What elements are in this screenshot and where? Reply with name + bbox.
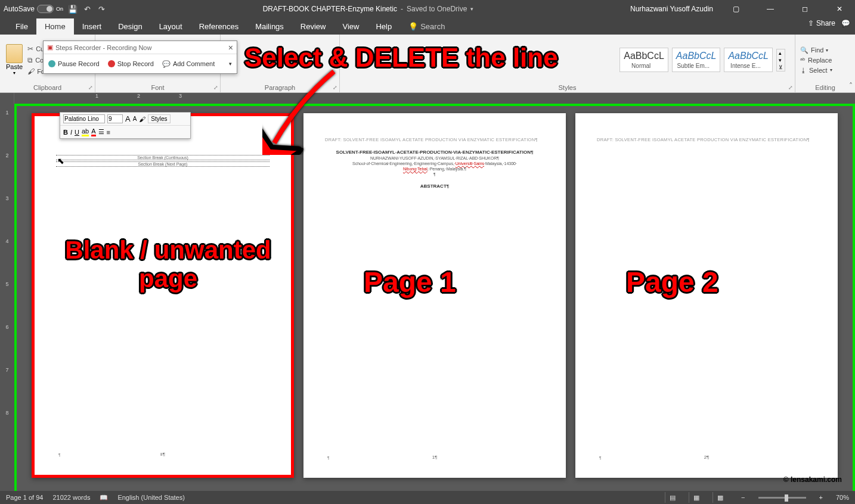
style-subtle-emphasis[interactable]: AaBbCcLSubtle Em... — [672, 48, 721, 72]
minimize-icon[interactable]: — — [758, 0, 782, 18]
tell-me-search[interactable]: 💡Search — [400, 18, 453, 35]
add-comment-button[interactable]: 💬Add Comment — [162, 60, 215, 68]
styles-gallery[interactable]: AaBbCcLNormal AaBbCcLSubtle Em... AaBbCc… — [619, 48, 785, 72]
tab-home[interactable]: Home — [36, 18, 74, 35]
doc-title: SOLVENT-FREE·ISOAMYL·ACETATE·PRODUCTION·… — [325, 150, 544, 155]
save-status[interactable]: Saved to OneDrive — [407, 5, 467, 13]
autosave-label: AutoSave — [4, 5, 35, 13]
language-indicator[interactable]: English (United States) — [117, 494, 185, 501]
page-blank[interactable]: ECTION VIA ENZYMATIC Section Break (Cont… — [32, 113, 294, 478]
shrink-font-icon[interactable]: A — [133, 116, 137, 122]
tab-references[interactable]: References — [191, 18, 247, 35]
format-painter-icon[interactable]: 🖌 — [139, 116, 145, 123]
section-break-next-page[interactable]: Section Break (Next Page) — [56, 161, 269, 167]
select-button[interactable]: ⭳Select▾ — [799, 66, 834, 74]
underline-icon[interactable]: U — [75, 129, 79, 136]
recorder-close-icon[interactable]: × — [228, 43, 233, 52]
spell-check-icon[interactable]: 📖 — [100, 494, 108, 502]
clipboard-group-label: Clipboard — [4, 83, 91, 92]
paste-button[interactable]: Paste ▾ — [4, 39, 25, 82]
grow-font-icon[interactable]: A — [125, 114, 131, 123]
zoom-level[interactable]: 70% — [836, 494, 849, 501]
pages-viewport[interactable]: ECTION VIA ENZYMATIC Section Break (Cont… — [14, 104, 855, 497]
tab-file[interactable]: File — [7, 18, 36, 35]
style-intense-emphasis[interactable]: AaBbCcLIntense E... — [724, 48, 773, 72]
italic-icon[interactable]: I — [70, 129, 72, 136]
page-1[interactable]: DRAFT: SOLVENT-FREE ISOAMYL ACETATE PROD… — [303, 113, 566, 478]
font-launcher-icon[interactable]: ⤢ — [213, 85, 218, 91]
page-header: DRAFT: SOLVENT-FREE ISOAMYL ACETATE PROD… — [325, 137, 544, 142]
styles-launcher-icon[interactable]: ⤢ — [788, 85, 793, 91]
pilcrow-icon: ¶ — [327, 456, 330, 460]
doc-authors: NURHAZWANI·YUSOFF·AZUDIN,·SYAMSUL·RIZAL·… — [325, 156, 544, 160]
tab-insert[interactable]: Insert — [74, 18, 110, 35]
find-button[interactable]: 🔍Find▾ — [799, 46, 834, 55]
zoom-in-icon[interactable]: + — [819, 494, 823, 501]
share-button[interactable]: ⇪Share — [808, 19, 835, 27]
mini-font-size[interactable] — [107, 114, 123, 123]
collapse-ribbon-icon[interactable]: ˄ — [849, 82, 853, 90]
highlight-icon[interactable]: ab — [82, 127, 89, 136]
word-count[interactable]: 21022 words — [52, 494, 90, 501]
close-icon[interactable]: ✕ — [828, 0, 851, 18]
styles-scroll-up-icon[interactable]: ▴ — [777, 49, 785, 57]
read-mode-icon[interactable]: ▤ — [665, 492, 679, 503]
styles-more-icon[interactable]: ⊻ — [777, 64, 785, 71]
scissors-icon: ✂ — [27, 45, 33, 53]
mini-styles-button[interactable]: Styles — [148, 114, 170, 123]
bold-icon[interactable]: B — [63, 129, 68, 136]
redo-icon[interactable]: ↷ — [97, 4, 106, 14]
tab-help[interactable]: Help — [367, 18, 400, 35]
steps-recorder-window[interactable]: ▣ Steps Recorder - Recording Now × Pause… — [43, 41, 237, 74]
vertical-ruler[interactable]: 1 2 3 4 5 6 7 8 — [0, 104, 14, 497]
zoom-slider[interactable] — [758, 497, 806, 499]
recorder-menu-icon[interactable]: ▾ — [229, 61, 232, 67]
doc-affiliation-2: Nibong·Tebal,·Penang,·Malaysia.¶ — [325, 167, 544, 171]
stop-record-button[interactable]: Stop Record — [108, 60, 154, 67]
page-indicator[interactable]: Page 1 of 94 — [6, 494, 43, 501]
tab-mailings[interactable]: Mailings — [247, 18, 292, 35]
tab-design[interactable]: Design — [110, 18, 150, 35]
print-layout-icon[interactable]: ▦ — [689, 492, 703, 503]
bullets-icon[interactable]: ☰ — [98, 128, 104, 136]
comments-button[interactable]: 💬 — [841, 19, 850, 27]
paragraph-launcher-icon[interactable]: ⤢ — [333, 85, 337, 91]
status-bar: Page 1 of 94 21022 words 📖 English (Unit… — [0, 491, 855, 504]
font-color-icon[interactable]: A — [91, 127, 95, 136]
ribbon-options-icon[interactable]: ▢ — [724, 0, 748, 18]
document-area: 1 2 3 4 5 6 7 8 ECTION VIA ENZYMATIC Sec… — [0, 104, 855, 497]
pause-record-button[interactable]: Pause Record — [48, 60, 100, 67]
page-header: DRAFT: SOLVENT-FREE ISOAMYL ACETATE PROD… — [597, 137, 816, 142]
undo-icon[interactable]: ↶ — [82, 4, 92, 14]
numbering-icon[interactable]: ≡ — [107, 129, 110, 136]
autosave-state: On — [56, 6, 63, 12]
paragraph-group-label: Paragraph — [224, 83, 336, 92]
styles-group-label: Styles — [343, 83, 791, 92]
user-name[interactable]: Nurhazwani Yusoff Azudin — [630, 5, 713, 13]
page-2[interactable]: DRAFT: SOLVENT-FREE ISOAMYL ACETATE PROD… — [575, 113, 838, 478]
section-break-continuous[interactable]: Section Break (Continuous) — [56, 155, 269, 160]
maximize-icon[interactable]: ◻ — [793, 0, 817, 18]
style-normal[interactable]: AaBbCcLNormal — [619, 48, 668, 72]
zoom-out-icon[interactable]: − — [741, 494, 745, 501]
save-icon[interactable]: 💾 — [68, 4, 78, 14]
mini-font-name[interactable] — [63, 114, 105, 123]
tab-view[interactable]: View — [334, 18, 367, 35]
styles-scroll-down-icon[interactable]: ▾ — [777, 57, 785, 64]
cursor-icon: ⭳ — [800, 67, 807, 74]
horizontal-ruler[interactable]: 1 2 3 — [0, 93, 855, 104]
tab-review[interactable]: Review — [292, 18, 334, 35]
title-bar: AutoSave On 💾 ↶ ↷ DRAFT-BOOK CHAPTER-Enz… — [0, 0, 855, 18]
clipboard-launcher-icon[interactable]: ⤢ — [88, 85, 93, 91]
replace-button[interactable]: ᵃᵇReplace — [799, 56, 834, 65]
web-layout-icon[interactable]: ▩ — [712, 492, 727, 503]
watermark: © lensakami.com — [783, 475, 842, 484]
brush-icon: 🖌 — [27, 67, 35, 76]
clipboard-icon — [6, 44, 23, 63]
mini-toolbar[interactable]: A A 🖌 Styles B I U ab A ☰ ≡ — [60, 112, 191, 139]
abstract-heading: ABSTRACT¶ — [325, 183, 544, 189]
autosave-toggle[interactable]: AutoSave On — [4, 5, 63, 13]
tab-layout[interactable]: Layout — [151, 18, 191, 35]
document-title: DRAFT-BOOK CHAPTER-Enzyme Kinetic — [263, 5, 397, 13]
recorder-app-icon: ▣ — [47, 43, 53, 51]
